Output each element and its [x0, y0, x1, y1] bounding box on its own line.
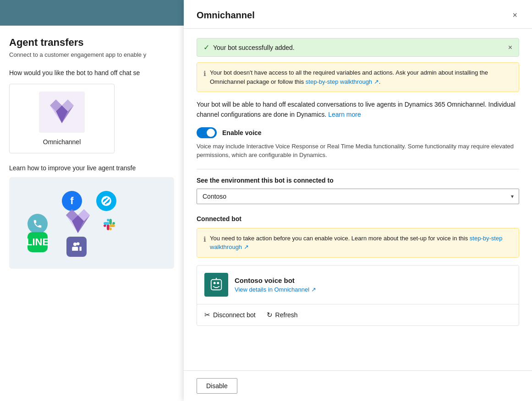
learn-more-link[interactable]: Learn more [328, 111, 361, 118]
slack-icon [99, 214, 119, 234]
phone-icon [27, 214, 48, 234]
left-panel: Agent transfers Connect to a customer en… [0, 0, 188, 401]
omnichannel-card[interactable]: Omnichannel [9, 84, 115, 153]
handoff-label: How would you like the bot to hand off c… [9, 69, 179, 76]
toggle-description: Voice may include Interactive Voice Resp… [197, 142, 519, 160]
description-text: Your bot will be able to hand off escala… [197, 99, 519, 120]
bot-card-actions: ✂ Disconnect bot ↻ Refresh [197, 304, 519, 325]
teams-icon [66, 237, 87, 257]
success-message: Your bot successfully added. [213, 44, 295, 51]
bot-name: Contoso voice bot [235, 276, 316, 284]
enable-voice-row: Enable voice [197, 127, 519, 138]
svg-point-13 [214, 282, 216, 284]
omnichannel-logo [39, 92, 85, 133]
warning-period: . [379, 78, 381, 85]
bot-avatar [204, 273, 228, 297]
warning-text: Your bot doesn't have access to all the … [210, 68, 512, 86]
bot-warning-banner: ℹ You need to take action before you can… [197, 228, 519, 258]
warning-link[interactable]: step-by-step walkthrough ↗ [306, 78, 379, 85]
warning-icon: ℹ [203, 69, 206, 79]
success-banner: ✓ Your bot successfully added. × [197, 38, 519, 57]
disconnect-label: Disconnect bot [213, 311, 256, 319]
skype-icon [96, 191, 116, 211]
close-button[interactable]: × [510, 9, 519, 21]
bot-warning-message: You need to take action before you can e… [210, 235, 468, 242]
bot-info: Contoso voice bot View details in Omnich… [235, 276, 316, 293]
divider-1 [197, 169, 519, 169]
svg-point-14 [217, 282, 219, 284]
refresh-icon: ↻ [267, 311, 273, 319]
center-heart-icon [62, 207, 94, 240]
improve-label: Learn how to improve your live agent tra… [9, 164, 179, 172]
environment-dropdown[interactable]: Contoso [197, 189, 519, 204]
svg-point-10 [77, 242, 80, 245]
panel-footer: Disable [184, 370, 532, 401]
page-title: Agent transfers [9, 37, 179, 49]
svg-point-16 [216, 278, 217, 279]
right-panel: Omnichannel × ✓ Your bot successfully ad… [184, 0, 532, 401]
bot-warning-text: You need to take action before you can e… [210, 234, 512, 252]
environment-dropdown-wrapper: Contoso ▾ [197, 189, 519, 204]
panel-title: Omnichannel [197, 10, 255, 21]
svg-rect-12 [211, 280, 222, 290]
refresh-button[interactable]: ↻ Refresh [267, 311, 298, 319]
success-icon: ✓ [203, 43, 209, 52]
line-icon: LINE [27, 232, 48, 252]
toggle-slider [197, 127, 217, 138]
disconnect-icon: ✂ [204, 311, 210, 319]
disconnect-bot-button[interactable]: ✂ Disconnect bot [204, 311, 256, 319]
bot-card-main: Contoso voice bot View details in Omnich… [197, 266, 519, 304]
bot-details-link[interactable]: View details in Omnichannel ↗ [235, 286, 316, 293]
left-panel-header [0, 0, 188, 26]
panel-body: ✓ Your bot successfully added. × ℹ Your … [184, 29, 532, 370]
warning-banner: ℹ Your bot doesn't have access to all th… [197, 62, 519, 92]
disable-button[interactable]: Disable [197, 378, 237, 394]
channels-grid: f LINE [9, 177, 174, 269]
omnichannel-card-label: Omnichannel [43, 138, 81, 146]
bot-warning-icon: ℹ [203, 234, 206, 245]
connected-bot-label: Connected bot [197, 215, 519, 222]
enable-voice-label: Enable voice [222, 129, 262, 136]
subtitle: Connect to a customer engagement app to … [9, 51, 179, 58]
success-banner-content: ✓ Your bot successfully added. [203, 43, 295, 52]
environment-label: See the environment this bot is connecte… [197, 177, 519, 184]
success-banner-close[interactable]: × [508, 43, 512, 52]
refresh-label: Refresh [275, 311, 298, 319]
enable-voice-toggle[interactable] [197, 127, 217, 138]
svg-point-11 [73, 243, 77, 246]
panel-header: Omnichannel × [184, 0, 532, 29]
bot-card: Contoso voice bot View details in Omnich… [197, 265, 519, 326]
